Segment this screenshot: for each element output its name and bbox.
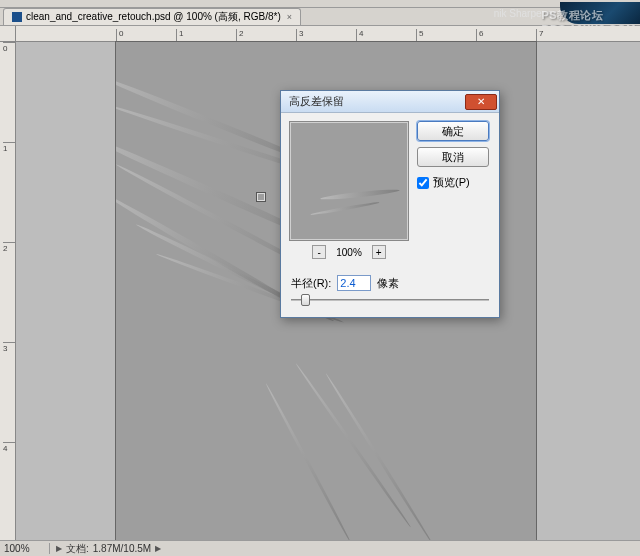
- dialog-title: 高反差保留: [289, 94, 344, 109]
- zoom-in-button[interactable]: +: [372, 245, 386, 259]
- document-tab[interactable]: clean_and_creative_retouch.psd @ 100% (高…: [3, 8, 301, 25]
- dialog-preview[interactable]: [289, 121, 409, 241]
- preview-checkbox-label: 预览(P): [433, 175, 470, 190]
- ok-button[interactable]: 确定: [417, 121, 489, 141]
- slider-thumb[interactable]: [301, 294, 310, 306]
- preview-checkbox[interactable]: [417, 177, 429, 189]
- status-doc-label: 文档:: [66, 542, 89, 556]
- dialog-titlebar[interactable]: 高反差保留 ✕: [281, 91, 499, 113]
- ps-file-icon: [12, 12, 22, 22]
- zoom-percent: 100%: [336, 247, 362, 258]
- tab-close-icon[interactable]: ×: [287, 12, 292, 22]
- radius-label: 半径(R):: [291, 276, 331, 291]
- radius-unit: 像素: [377, 276, 399, 291]
- status-menu-arrow-icon[interactable]: ▶: [155, 544, 161, 553]
- ruler-horizontal[interactable]: 0 1 2 3 4 5 6 7: [16, 26, 640, 42]
- ruler-vertical[interactable]: 0 1 2 3 4: [0, 42, 16, 540]
- status-doc-value: 1.87M/10.5M: [93, 543, 151, 554]
- preview-checkbox-row[interactable]: 预览(P): [417, 175, 489, 190]
- radius-slider[interactable]: [291, 293, 489, 307]
- tab-title: clean_and_creative_retouch.psd @ 100% (高…: [26, 10, 281, 24]
- dialog-close-button[interactable]: ✕: [465, 94, 497, 110]
- radius-input[interactable]: [337, 275, 371, 291]
- status-bar: 100% ▶ 文档: 1.87M/10.5M ▶: [0, 540, 640, 556]
- status-zoom[interactable]: 100%: [0, 543, 50, 554]
- app-root: clean_and_creative_retouch.psd @ 100% (高…: [0, 0, 640, 556]
- selection-marker[interactable]: [256, 192, 266, 202]
- status-arrow-icon[interactable]: ▶: [56, 544, 62, 553]
- cancel-button[interactable]: 取消: [417, 147, 489, 167]
- zoom-out-button[interactable]: -: [312, 245, 326, 259]
- ruler-corner: [0, 26, 16, 42]
- high-pass-dialog: 高反差保留 ✕ - 100% + 确定 取消 预览(P): [280, 90, 500, 318]
